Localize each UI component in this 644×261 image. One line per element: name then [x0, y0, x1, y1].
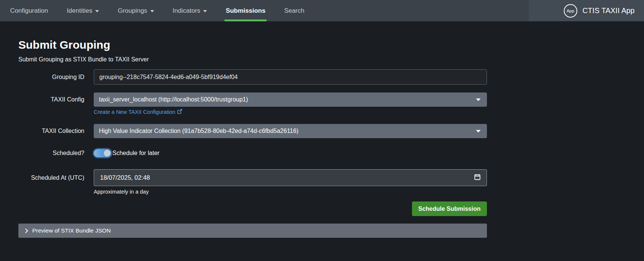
- nav-item-search[interactable]: Search: [284, 0, 304, 21]
- toggle-knob: [104, 150, 111, 157]
- nav-item-indicators[interactable]: Indicators: [173, 0, 207, 21]
- page-subtitle: Submit Grouping as STIX Bundle to TAXII …: [18, 56, 644, 63]
- external-link-icon: [177, 109, 182, 115]
- taxii-config-row: TAXII Config taxii_server_localhost (htt…: [18, 92, 487, 115]
- taxii-config-selected-value: taxii_server_localhost (http://localhost…: [99, 96, 248, 103]
- create-taxii-config-link[interactable]: Create a New TAXII Configuration: [94, 109, 182, 115]
- calendar-icon[interactable]: [474, 174, 481, 182]
- chevron-down-icon: [476, 98, 481, 101]
- nav-item-groupings[interactable]: Groupings: [118, 0, 154, 21]
- chevron-down-icon: [476, 130, 481, 133]
- nav-item-label: Submissions: [226, 7, 265, 15]
- taxii-collection-selected-value: High Value Indicator Collection (91a7b52…: [99, 128, 298, 134]
- page-title: Submit Grouping: [18, 39, 644, 51]
- top-navbar: Configuration Identities Groupings Indic…: [0, 0, 644, 21]
- app-brand: App CTIS TAXII App: [529, 0, 644, 21]
- nav-item-label: Identities: [67, 7, 92, 15]
- preview-accordion-header[interactable]: Preview of STIX Bundle JSON: [18, 224, 487, 238]
- grouping-id-row: Grouping ID: [18, 69, 487, 85]
- nav-item-label: Groupings: [118, 7, 147, 15]
- schedule-submission-button[interactable]: Schedule Submission: [412, 201, 487, 216]
- scheduled-row: Scheduled? Schedule for later: [18, 149, 487, 157]
- scheduled-at-row: Scheduled At (UTC) 18/07/2025, 02:48 App…: [18, 169, 487, 195]
- submit-grouping-form: Grouping ID TAXII Config taxii_server_lo…: [18, 69, 487, 216]
- taxii-collection-select[interactable]: High Value Indicator Collection (91a7b52…: [94, 124, 487, 138]
- scheduled-toggle[interactable]: [94, 149, 111, 157]
- submit-row: Schedule Submission: [18, 201, 487, 216]
- preview-accordion-label: Preview of STIX Bundle JSON: [32, 227, 111, 234]
- nav-item-identities[interactable]: Identities: [67, 0, 99, 21]
- scheduled-toggle-label: Schedule for later: [112, 150, 159, 157]
- scheduled-at-label: Scheduled At (UTC): [18, 169, 84, 186]
- scheduled-at-helper: Approximately in a day: [94, 189, 487, 195]
- nav-item-label: Indicators: [173, 7, 201, 15]
- scheduled-at-value: 18/07/2025, 02:48: [100, 174, 150, 181]
- taxii-collection-row: TAXII Collection High Value Indicator Co…: [18, 124, 487, 138]
- main-content: Submit Grouping Submit Grouping as STIX …: [0, 21, 644, 238]
- chevron-down-icon: [203, 10, 207, 12]
- nav-item-configuration[interactable]: Configuration: [10, 0, 48, 21]
- chevron-down-icon: [150, 10, 154, 12]
- chevron-down-icon: [95, 10, 99, 12]
- nav-item-label: Configuration: [10, 7, 48, 15]
- scheduled-label: Scheduled?: [18, 149, 84, 157]
- chevron-right-icon: [23, 228, 28, 233]
- scheduled-at-input[interactable]: 18/07/2025, 02:48: [94, 169, 487, 186]
- nav-items: Configuration Identities Groupings Indic…: [0, 0, 323, 21]
- app-title: CTIS TAXII App: [583, 6, 635, 15]
- grouping-id-label: Grouping ID: [18, 69, 84, 85]
- nav-item-submissions[interactable]: Submissions: [226, 0, 265, 21]
- nav-item-label: Search: [284, 7, 304, 15]
- grouping-id-input[interactable]: [94, 69, 487, 85]
- taxii-collection-label: TAXII Collection: [18, 124, 84, 138]
- taxii-config-label: TAXII Config: [18, 92, 84, 107]
- app-badge-icon: App: [564, 4, 577, 18]
- create-taxii-config-link-label: Create a New TAXII Configuration: [94, 109, 175, 115]
- taxii-config-select[interactable]: taxii_server_localhost (http://localhost…: [94, 92, 487, 107]
